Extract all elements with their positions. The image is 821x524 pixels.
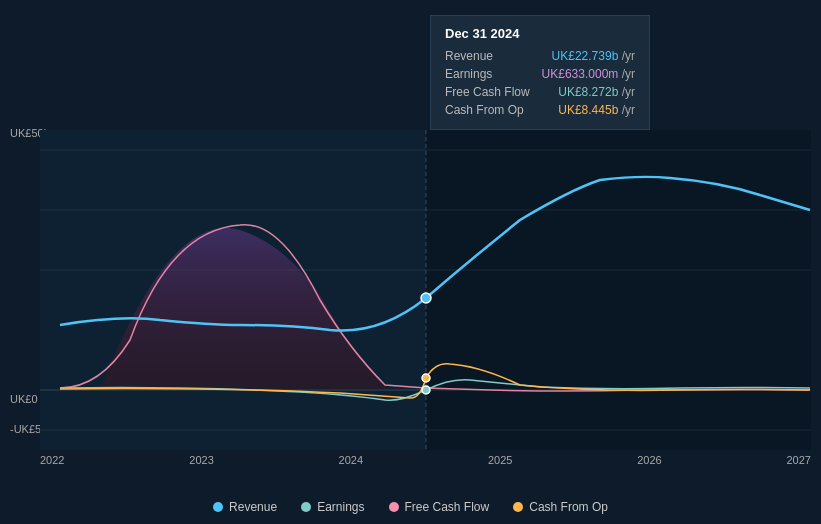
cashop-point — [422, 374, 430, 382]
tooltip-row-fcf: Free Cash Flow UK£8.272b /yr — [445, 83, 635, 101]
legend-item-revenue: Revenue — [213, 500, 277, 514]
legend-label-fcf: Free Cash Flow — [405, 500, 490, 514]
legend-dot-revenue — [213, 502, 223, 512]
tooltip-row-revenue: Revenue UK£22.739b /yr — [445, 47, 635, 65]
x-label-2027: 2027 — [786, 454, 810, 466]
chart-svg — [40, 130, 811, 450]
tooltip-row-cashop: Cash From Op UK£8.445b /yr — [445, 101, 635, 119]
legend-item-cashop: Cash From Op — [513, 500, 608, 514]
y-label-0: UK£0 — [10, 393, 38, 405]
x-labels: 2022 2023 2024 2025 2026 2027 — [40, 454, 811, 466]
legend-label-cashop: Cash From Op — [529, 500, 608, 514]
tooltip-row-earnings: Earnings UK£633.000m /yr — [445, 65, 635, 83]
tooltip-label-revenue: Revenue — [445, 49, 493, 63]
tooltip-value-earnings: UK£633.000m /yr — [542, 67, 635, 81]
x-label-2023: 2023 — [189, 454, 213, 466]
legend-dot-earnings — [301, 502, 311, 512]
x-label-2025: 2025 — [488, 454, 512, 466]
tooltip-value-cashop: UK£8.445b /yr — [558, 103, 635, 117]
legend-item-earnings: Earnings — [301, 500, 364, 514]
tooltip-value-fcf: UK£8.272b /yr — [558, 85, 635, 99]
legend-item-fcf: Free Cash Flow — [389, 500, 490, 514]
revenue-point — [421, 293, 431, 303]
chart-container: Dec 31 2024 Revenue UK£22.739b /yr Earni… — [0, 0, 821, 524]
legend-dot-cashop — [513, 502, 523, 512]
x-label-2022: 2022 — [40, 454, 64, 466]
chart-legend: Revenue Earnings Free Cash Flow Cash Fro… — [0, 500, 821, 514]
fcf-point — [422, 386, 430, 394]
tooltip-label-cashop: Cash From Op — [445, 103, 524, 117]
legend-dot-fcf — [389, 502, 399, 512]
legend-label-earnings: Earnings — [317, 500, 364, 514]
tooltip-label-fcf: Free Cash Flow — [445, 85, 530, 99]
tooltip-date: Dec 31 2024 — [445, 26, 635, 41]
tooltip-value-revenue: UK£22.739b /yr — [552, 49, 635, 63]
x-label-2024: 2024 — [339, 454, 363, 466]
x-label-2026: 2026 — [637, 454, 661, 466]
legend-label-revenue: Revenue — [229, 500, 277, 514]
tooltip: Dec 31 2024 Revenue UK£22.739b /yr Earni… — [430, 15, 650, 130]
tooltip-label-earnings: Earnings — [445, 67, 492, 81]
